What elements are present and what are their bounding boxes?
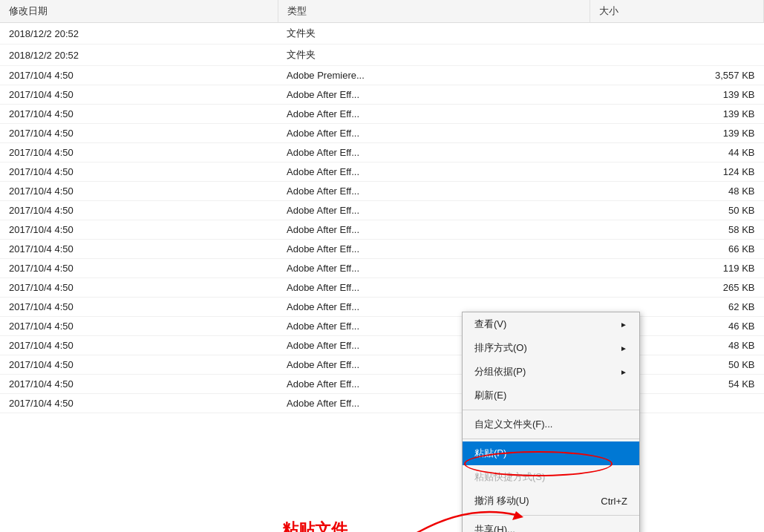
file-list-table: 修改日期 类型 大小 2018/12/2 20:52 文件夹 2018/12/2… <box>0 0 764 413</box>
cell-type: Adobe Premiere... <box>278 66 590 85</box>
table-row[interactable]: 2017/10/4 4:50 Adobe After Eff... 50 KB <box>0 201 764 220</box>
cell-type: Adobe After Eff... <box>278 143 590 162</box>
cell-date: 2017/10/4 4:50 <box>0 375 278 394</box>
context-menu-item[interactable]: 排序方式(O)► <box>463 336 639 360</box>
cell-size: 139 KB <box>590 105 764 124</box>
cell-size: 139 KB <box>590 124 764 143</box>
cell-type: Adobe After Eff... <box>278 182 590 201</box>
cell-date: 2017/10/4 4:50 <box>0 259 278 278</box>
cell-date: 2017/10/4 4:50 <box>0 124 278 143</box>
cell-type: Adobe After Eff... <box>278 278 590 298</box>
header-type[interactable]: 类型 <box>278 0 590 23</box>
menu-item-label: 排序方式(O) <box>474 341 527 355</box>
table-row[interactable]: 2017/10/4 4:50 Adobe After Eff... 44 KB <box>0 143 764 162</box>
cell-size: 48 KB <box>590 182 764 201</box>
context-menu-item[interactable]: 共享(H)... <box>463 518 639 532</box>
cell-date: 2017/10/4 4:50 <box>0 85 278 105</box>
annotation-text: 粘贴文件 <box>282 519 347 532</box>
cell-type: Adobe After Eff... <box>278 105 590 124</box>
cell-type: Adobe After Eff... <box>278 162 590 182</box>
cell-date: 2017/10/4 4:50 <box>0 278 278 298</box>
context-menu-item[interactable]: 查看(V)► <box>463 312 639 336</box>
table-row[interactable]: 2017/10/4 4:50 Adobe Premiere... 3,557 K… <box>0 66 764 85</box>
cell-size: 119 KB <box>590 259 764 278</box>
table-row[interactable]: 2017/10/4 4:50 Adobe After Eff... <box>0 394 764 413</box>
context-menu-item[interactable]: 粘贴快捷方式(S) <box>463 465 639 489</box>
table-row[interactable]: 2017/10/4 4:50 Adobe After Eff... 54 KB <box>0 375 764 394</box>
cell-size: 139 KB <box>590 85 764 105</box>
menu-item-label: 分组依据(P) <box>474 365 526 378</box>
cell-date: 2017/10/4 4:50 <box>0 336 278 355</box>
table-row[interactable]: 2017/10/4 4:50 Adobe After Eff... 265 KB <box>0 278 764 298</box>
context-menu-item[interactable]: 自定义文件夹(F)... <box>463 413 639 436</box>
cell-date: 2018/12/2 20:52 <box>0 23 278 45</box>
cell-date: 2017/10/4 4:50 <box>0 298 278 317</box>
cell-date: 2017/10/4 4:50 <box>0 355 278 375</box>
cell-date: 2017/10/4 4:50 <box>0 240 278 259</box>
cell-date: 2017/10/4 4:50 <box>0 105 278 124</box>
table-row[interactable]: 2017/10/4 4:50 Adobe After Eff... 119 KB <box>0 259 764 278</box>
cell-date: 2017/10/4 4:50 <box>0 201 278 220</box>
cell-size <box>590 23 764 45</box>
context-menu-item[interactable]: 撤消 移动(U)Ctrl+Z <box>463 489 639 513</box>
cell-type: Adobe After Eff... <box>278 259 590 278</box>
menu-item-label: 自定义文件夹(F)... <box>474 418 552 431</box>
menu-divider <box>463 410 639 410</box>
cell-type: Adobe After Eff... <box>278 220 590 240</box>
cell-type: Adobe After Eff... <box>278 85 590 105</box>
menu-item-shortcut: Ctrl+Z <box>601 496 627 507</box>
menu-item-label: 粘贴(P) <box>474 447 506 460</box>
context-menu-item[interactable]: 刷新(E) <box>463 384 639 407</box>
submenu-arrow-icon: ► <box>620 344 627 352</box>
cell-type: Adobe After Eff... <box>278 201 590 220</box>
menu-divider <box>463 515 639 516</box>
menu-item-label: 粘贴快捷方式(S) <box>474 470 545 484</box>
cell-type: 文件夹 <box>278 45 590 66</box>
cell-type: 文件夹 <box>278 23 590 45</box>
header-size[interactable]: 大小 <box>590 0 764 23</box>
cell-size: 265 KB <box>590 278 764 298</box>
cell-date: 2017/10/4 4:50 <box>0 182 278 201</box>
table-row[interactable]: 2017/10/4 4:50 Adobe After Eff... 66 KB <box>0 240 764 259</box>
table-row[interactable]: 2017/10/4 4:50 Adobe After Eff... 139 KB <box>0 85 764 105</box>
cell-date: 2018/12/2 20:52 <box>0 45 278 66</box>
submenu-arrow-icon: ► <box>620 368 627 376</box>
table-row[interactable]: 2017/10/4 4:50 Adobe After Eff... 139 KB <box>0 124 764 143</box>
cell-date: 2017/10/4 4:50 <box>0 143 278 162</box>
table-row[interactable]: 2018/12/2 20:52 文件夹 <box>0 45 764 66</box>
table-row[interactable]: 2017/10/4 4:50 Adobe After Eff... 50 KB <box>0 355 764 375</box>
submenu-arrow-icon: ► <box>620 321 627 329</box>
table-header-row: 修改日期 类型 大小 <box>0 0 764 23</box>
cell-date: 2017/10/4 4:50 <box>0 220 278 240</box>
cell-size: 58 KB <box>590 220 764 240</box>
table-row[interactable]: 2017/10/4 4:50 Adobe After Eff... 139 KB <box>0 105 764 124</box>
cell-type: Adobe After Eff... <box>278 124 590 143</box>
header-date[interactable]: 修改日期 <box>0 0 278 23</box>
cell-date: 2017/10/4 4:50 <box>0 394 278 413</box>
cell-size: 50 KB <box>590 201 764 220</box>
cell-date: 2017/10/4 4:50 <box>0 162 278 182</box>
menu-item-label: 撤消 移动(U) <box>474 494 529 508</box>
context-menu-item[interactable]: 粘贴(P) <box>463 441 639 465</box>
table-row[interactable]: 2017/10/4 4:50 Adobe After Eff... 62 KB <box>0 298 764 317</box>
cell-date: 2017/10/4 4:50 <box>0 66 278 85</box>
cell-size: 124 KB <box>590 162 764 182</box>
cell-size: 66 KB <box>590 240 764 259</box>
menu-item-label: 刷新(E) <box>474 389 506 402</box>
cell-type: Adobe After Eff... <box>278 240 590 259</box>
table-row[interactable]: 2017/10/4 4:50 Adobe After Eff... 48 KB <box>0 336 764 355</box>
table-row[interactable]: 2017/10/4 4:50 Adobe After Eff... 124 KB <box>0 162 764 182</box>
context-menu: 查看(V)►排序方式(O)►分组依据(P)►刷新(E)自定义文件夹(F)...粘… <box>462 312 640 532</box>
menu-divider <box>463 439 639 439</box>
cell-size: 44 KB <box>590 143 764 162</box>
menu-item-label: 共享(H)... <box>474 523 515 532</box>
table-row[interactable]: 2017/10/4 4:50 Adobe After Eff... 58 KB <box>0 220 764 240</box>
cell-size <box>590 45 764 66</box>
cell-date: 2017/10/4 4:50 <box>0 317 278 336</box>
menu-item-label: 查看(V) <box>474 318 506 331</box>
cell-size: 3,557 KB <box>590 66 764 85</box>
table-row[interactable]: 2017/10/4 4:50 Adobe After Eff... 46 KB <box>0 317 764 336</box>
table-row[interactable]: 2018/12/2 20:52 文件夹 <box>0 23 764 45</box>
context-menu-item[interactable]: 分组依据(P)► <box>463 360 639 384</box>
table-row[interactable]: 2017/10/4 4:50 Adobe After Eff... 48 KB <box>0 182 764 201</box>
